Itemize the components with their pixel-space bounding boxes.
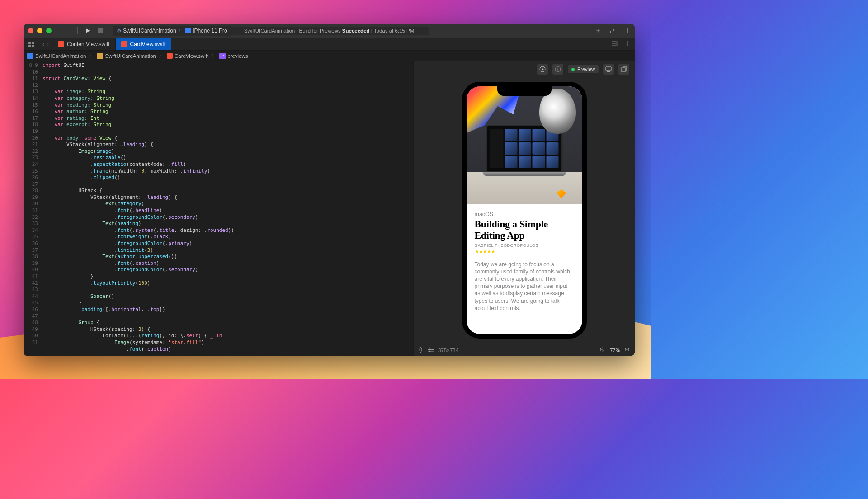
svg-line-29 [604, 351, 605, 352]
run-button[interactable] [83, 28, 92, 33]
maximize-button[interactable] [46, 28, 52, 33]
svg-rect-18 [606, 67, 611, 71]
code-review-icon[interactable]: ⇄ [609, 27, 615, 34]
back-icon[interactable]: ‹ [42, 41, 44, 47]
titlebar-toolbar: ⚙︎ SwiftUICardAnimation 〉 iPhone 11 Pro … [24, 24, 635, 38]
code-content[interactable]: import SwiftUI struct CardView: View { v… [41, 61, 413, 356]
tab-bar: ‹ › ContentView.swift CardView.swift [24, 38, 635, 51]
svg-line-32 [628, 351, 630, 352]
card-image [467, 86, 582, 204]
project-icon [27, 53, 33, 59]
minimize-button[interactable] [37, 28, 42, 33]
card-author: GABRIEL THEODOROPOULOS [475, 243, 574, 248]
iphone-screen: macOS Building a Simple Editing App GABR… [467, 86, 582, 334]
related-items-icon[interactable] [24, 38, 39, 50]
stop-button[interactable] [96, 28, 105, 33]
line-number-gutter: 8 9 10 11 12 13 14 15 16 17 18 19 20 21 … [24, 61, 41, 356]
add-icon[interactable]: ＋ [595, 27, 601, 35]
svg-rect-8 [32, 45, 34, 47]
property-icon: P [219, 53, 226, 59]
iphone-notch [497, 86, 552, 96]
duplicate-preview-icon[interactable] [618, 64, 629, 75]
svg-point-25 [429, 348, 430, 349]
preview-status[interactable]: Preview [568, 65, 599, 73]
preview-dimensions: 375×734 [438, 348, 458, 353]
zoom-in-icon[interactable] [625, 347, 630, 353]
card-rating-stars: ★★★★★ [475, 249, 574, 254]
forward-icon[interactable]: › [47, 41, 49, 47]
zoom-level[interactable]: 77% [610, 348, 620, 353]
swift-file-icon [167, 53, 173, 59]
svg-rect-12 [616, 41, 618, 46]
folder-icon [97, 53, 103, 59]
svg-rect-21 [623, 67, 627, 71]
svg-point-27 [429, 351, 431, 352]
pin-icon[interactable] [418, 347, 423, 354]
tab-contentview[interactable]: ContentView.swift [52, 38, 116, 50]
svg-rect-5 [28, 42, 31, 44]
card-category: macOS [475, 211, 574, 217]
settings-icon[interactable] [428, 347, 434, 353]
svg-rect-6 [32, 42, 34, 44]
card-heading: Building a Simple Editing App [475, 218, 574, 241]
editor-options-icon[interactable] [612, 41, 618, 47]
zoom-out-icon[interactable] [600, 347, 605, 353]
swift-file-icon [121, 41, 127, 47]
svg-text:i: i [557, 67, 558, 71]
adjust-editor-icon[interactable] [625, 41, 630, 47]
svg-rect-20 [622, 68, 625, 72]
iphone-frame: macOS Building a Simple Editing App GABR… [462, 82, 587, 339]
svg-rect-3 [623, 28, 630, 33]
svg-point-26 [431, 349, 433, 350]
tab-cardview[interactable]: CardView.swift [116, 38, 171, 50]
sidebar-toggle-icon[interactable] [63, 28, 72, 33]
svg-rect-2 [98, 28, 103, 33]
code-editor[interactable]: 8 9 10 11 12 13 14 15 16 17 18 19 20 21 … [24, 61, 413, 356]
svg-rect-0 [64, 28, 71, 33]
swift-file-icon [58, 41, 64, 47]
preview-device-icon[interactable] [603, 64, 614, 75]
inspector-toggle-icon[interactable] [623, 27, 630, 34]
close-button[interactable] [28, 28, 33, 33]
traffic-lights [28, 28, 52, 33]
preview-canvas-panel: i Preview [413, 61, 635, 356]
live-preview-play-icon[interactable] [537, 64, 548, 75]
svg-rect-7 [28, 45, 31, 47]
preview-canvas[interactable]: macOS Building a Simple Editing App GABR… [414, 77, 635, 344]
scheme-selector[interactable]: ⚙︎ SwiftUICardAnimation 〉 iPhone 11 Pro [113, 26, 231, 36]
scheme-project: SwiftUICardAnimation [123, 28, 176, 34]
preview-footer: 375×734 77% [414, 344, 635, 356]
preview-toolbar: i Preview [414, 61, 635, 77]
jump-bar[interactable]: SwiftUICardAnimation 〉 SwiftUICardAnimat… [24, 51, 635, 61]
card-body: macOS Building a Simple Editing App GABR… [467, 204, 582, 334]
activity-status: SwiftUICardAnimation | Build for Preview… [230, 27, 429, 35]
card-excerpt: Today we are going to focus on a commonl… [475, 261, 574, 312]
xcode-window: ⚙︎ SwiftUICardAnimation 〉 iPhone 11 Pro … [24, 24, 635, 356]
inspect-preview-icon[interactable]: i [552, 64, 563, 75]
scheme-device: iPhone 11 Pro [193, 28, 227, 34]
status-dot-icon [571, 68, 575, 71]
